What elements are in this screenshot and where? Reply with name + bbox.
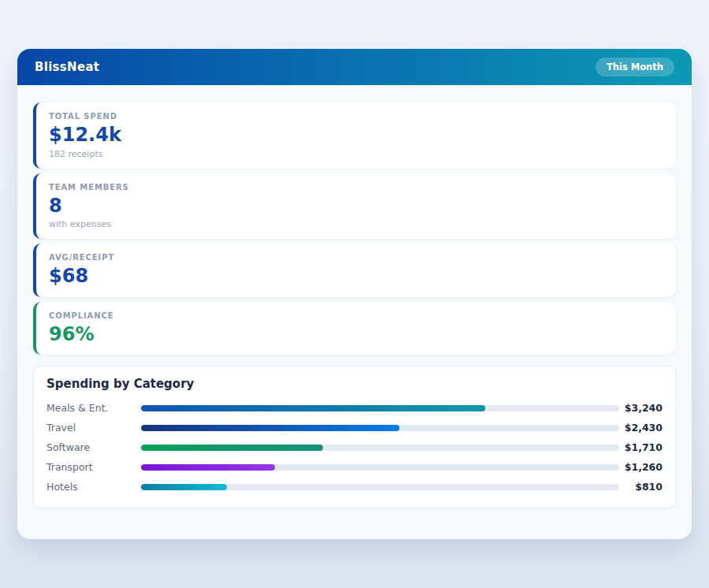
category-label: Software xyxy=(46,441,141,453)
stat-value: $68 xyxy=(49,266,663,288)
bar-fill xyxy=(141,484,227,490)
stat-sub: with expenses xyxy=(49,219,663,229)
chart-row-meals: Meals & Ent. $3,240 xyxy=(46,398,663,418)
bar-fill xyxy=(141,464,275,471)
app-title: BlissNeat xyxy=(35,60,99,74)
spending-by-category-card: Spending by Category Meals & Ent. $3,240… xyxy=(33,366,676,508)
bar-fill xyxy=(141,405,485,411)
category-label: Travel xyxy=(46,422,141,434)
chart-row-hotels: Hotels $810 xyxy=(46,477,663,497)
stat-label: TOTAL SPEND xyxy=(49,112,663,121)
stat-sub: 182 receipts xyxy=(49,149,663,159)
dashboard-panel: BlissNeat This Month TOTAL SPEND $12.4k … xyxy=(17,49,692,539)
period-badge[interactable]: This Month xyxy=(596,58,674,76)
chart-row-software: Software $1,710 xyxy=(46,437,663,457)
stat-card-team-members: TEAM MEMBERS 8 with expenses xyxy=(33,173,676,240)
app-header: BlissNeat This Month xyxy=(17,49,692,85)
bar-track xyxy=(141,405,619,411)
bar-track xyxy=(141,425,619,431)
stat-card-compliance: COMPLIANCE 96% xyxy=(33,302,676,355)
stat-value: 96% xyxy=(49,324,663,346)
category-value: $810 xyxy=(619,481,663,493)
category-value: $1,710 xyxy=(619,441,663,453)
category-value: $1,260 xyxy=(619,461,663,473)
stat-value: $12.4k xyxy=(49,125,663,147)
bar-fill xyxy=(141,445,323,451)
bar-track xyxy=(141,484,619,490)
chart-title: Spending by Category xyxy=(46,377,663,391)
chart-row-travel: Travel $2,430 xyxy=(46,418,663,437)
category-value: $3,240 xyxy=(619,402,663,414)
stat-label: COMPLIANCE xyxy=(49,311,663,320)
stat-value: 8 xyxy=(49,195,663,218)
chart-row-transport: Transport $1,260 xyxy=(46,457,663,477)
stat-card-avg-receipt: AVG/RECEIPT $68 xyxy=(33,244,676,297)
stat-card-total-spend: TOTAL SPEND $12.4k 182 receipts xyxy=(33,102,676,169)
category-value: $2,430 xyxy=(619,422,663,434)
stat-label: AVG/RECEIPT xyxy=(49,253,663,262)
category-label: Meals & Ent. xyxy=(46,402,141,414)
stat-label: TEAM MEMBERS xyxy=(49,183,663,192)
bar-fill xyxy=(141,425,399,431)
category-label: Transport xyxy=(46,461,141,473)
category-label: Hotels xyxy=(46,481,141,493)
bar-track xyxy=(141,464,619,471)
bar-track xyxy=(141,445,619,451)
dashboard-content: TOTAL SPEND $12.4k 182 receipts TEAM MEM… xyxy=(17,85,692,508)
